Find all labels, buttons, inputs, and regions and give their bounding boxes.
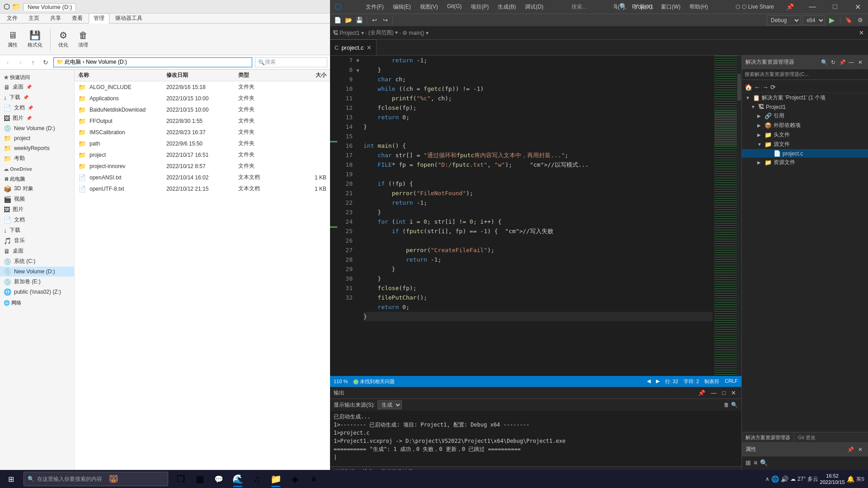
props-pin-btn[interactable]: 📌 [846, 446, 854, 454]
liveshare-btn[interactable]: ⬡ ⬡ Live Share [732, 4, 778, 10]
ribbon-optimize-btn[interactable]: ⚙ 优化 [54, 28, 72, 51]
prev-btn[interactable]: ◀ [647, 378, 651, 385]
sidebar-desktop2[interactable]: 🖥 桌面 [0, 246, 74, 256]
tree-sources[interactable]: ▼ 📁 源文件 [742, 140, 868, 149]
props-list-btn[interactable]: ≡ [754, 459, 757, 466]
zoom-level[interactable]: 110 % [334, 379, 348, 384]
notifications-btn[interactable]: 🔔 [847, 475, 854, 483]
tab-drive-tools[interactable]: 管理 [89, 13, 109, 23]
props-filter-btn[interactable]: 🔍 [760, 459, 768, 466]
menu-edit[interactable]: 编辑(E) [388, 1, 415, 13]
file-row[interactable]: 📁 FFOutput 2022/8/30 1:55 文件夹 [75, 115, 330, 127]
scrollbar-thumb[interactable] [737, 74, 741, 101]
project-selector[interactable]: 🏗 Project1 ▾ [333, 30, 364, 36]
minimize-btn[interactable]: — [802, 0, 823, 14]
sol-home-btn[interactable]: 🏠 [745, 84, 752, 91]
output-expand-btn[interactable]: □ [720, 389, 727, 396]
sidebar-newvol-d[interactable]: 💿 New Volume (D:) [0, 267, 74, 277]
output-close-btn[interactable]: ✕ [729, 389, 738, 396]
tab-file[interactable]: 文件 [2, 13, 23, 23]
scope-selector[interactable]: (全局范围) ▾ [368, 29, 398, 37]
keyboard-layout-btn[interactable]: 英S [856, 476, 864, 483]
sol-close-btn[interactable]: ✕ [856, 58, 864, 66]
settings-btn[interactable]: ⚙ [855, 15, 865, 25]
show-hidden-btn[interactable]: ∧ [765, 476, 769, 482]
sol-refresh-btn[interactable]: ↻ [829, 58, 837, 66]
col-date-header[interactable]: 修改日期 [163, 70, 235, 80]
save-btn[interactable]: 💾 [354, 15, 364, 25]
output-source-select[interactable]: 生成 调试 [377, 400, 402, 409]
forward-button[interactable]: › [15, 57, 25, 67]
tree-headers[interactable]: ▶ 📁 头文件 [742, 130, 868, 140]
file-row[interactable]: 📁 ALGO_INCLUDE 2022/8/16 15:18 文件夹 [75, 81, 330, 93]
address-box[interactable]: 📁 此电脑 › New Volume (D:) [53, 57, 252, 67]
bookmarks-btn[interactable]: 🔖 [844, 15, 854, 25]
menu-git[interactable]: Git(G) [443, 1, 467, 13]
ribbon-format-btn[interactable]: 💾 格式化 [24, 28, 47, 51]
clock[interactable]: 16:52 2022/10/15 [820, 473, 845, 486]
tree-ext-deps[interactable]: ▶ 📦 外部依赖项 [742, 121, 868, 130]
up-button[interactable]: ↑ [28, 57, 38, 67]
file-row[interactable]: 📁 IMSCalibration 2022/8/23 16:37 文件夹 [75, 127, 330, 138]
props-close-btn[interactable]: ✕ [856, 446, 864, 454]
menu-debug[interactable]: 调试(D) [520, 1, 548, 13]
vscode-taskbar-btn[interactable]: ◈ [286, 470, 304, 488]
output-pin-btn[interactable]: 📌 [696, 389, 707, 396]
tree-project-c[interactable]: ▶ 📄 project.c [742, 149, 868, 158]
find-output-btn[interactable]: 🔍 [731, 402, 738, 408]
tab-share[interactable]: 共享 [45, 13, 66, 23]
sol-search-btn[interactable]: 🔍 [820, 58, 828, 66]
sol-pin-btn[interactable]: 📌 [838, 58, 846, 66]
sidebar-music[interactable]: 🎵 音乐 [0, 235, 74, 246]
tree-resources[interactable]: ▶ 📁 资源文件 [742, 158, 868, 167]
vertical-scrollbar[interactable] [737, 56, 741, 376]
maximize-btn[interactable]: □ [825, 0, 845, 14]
sol-sync-btn[interactable]: ⟳ [770, 84, 776, 91]
code-editor[interactable]: 7891011121314151617181920212223242526272… [330, 56, 741, 376]
taskbar-search[interactable]: 🔍 在这里输入你要搜索的内容 🐻 [24, 472, 168, 486]
platform-select[interactable]: x64 x86 [802, 15, 825, 25]
col-type-header[interactable]: 类型 [235, 70, 290, 80]
network-tray-icon[interactable]: 🌐 [771, 475, 779, 483]
menu-view[interactable]: 视图(V) [415, 1, 443, 13]
ribbon-cleanup-btn[interactable]: 🗑 清理 [74, 28, 92, 51]
sidebar-sysc[interactable]: 💿 系统 (C:) [0, 256, 74, 267]
widgets-btn[interactable]: ▦ [191, 470, 209, 488]
props-grid-btn[interactable]: ⊞ [745, 459, 751, 466]
sidebar-pictures[interactable]: 🖼 图片 📌 [0, 113, 74, 123]
sidebar-docs2[interactable]: 📄 文档 [0, 215, 74, 225]
tab-project-c[interactable]: C project.c ✕ [330, 39, 377, 55]
start-button[interactable]: ⊞ [0, 470, 22, 488]
speaker-tray-icon[interactable]: 🔊 [781, 475, 788, 483]
file-row[interactable]: 📁 BaiduNetdiskDownload 2022/10/15 10:00 … [75, 104, 330, 115]
sidebar-e[interactable]: 💿 新加卷 (E:) [0, 277, 74, 287]
menu-help[interactable]: 帮助(H) [685, 1, 712, 13]
redo-btn[interactable]: ↪ [380, 15, 390, 25]
output-minimize-btn[interactable]: — [709, 389, 718, 396]
back-button[interactable]: ‹ [3, 57, 13, 67]
file-row[interactable]: 📁 project 2022/10/17 16:51 文件夹 [75, 149, 330, 160]
terminal-btn[interactable]: 🖥 [305, 470, 323, 488]
sidebar-project[interactable]: 📁 project [0, 133, 74, 143]
refresh-button[interactable]: ↻ [41, 57, 51, 67]
function-selector[interactable]: ⚙ main() ▾ [402, 30, 429, 36]
menu-project[interactable]: 项目(P) [466, 1, 493, 13]
sol-forward-btn[interactable]: → [762, 84, 769, 91]
weather-info[interactable]: ☁ 27° 多云 [790, 475, 818, 483]
sidebar-downloads[interactable]: ↓ 下载 📌 [0, 92, 74, 103]
file-row[interactable]: 📄 openANSI.txt 2022/10/14 16:02 文本文档 1 K… [75, 172, 330, 183]
file-row[interactable]: 📄 openUTF-8.txt 2022/10/12 21:15 文本文档 1 … [75, 183, 330, 194]
search-box-title[interactable]: 搜索... [544, 3, 614, 11]
new-file-btn[interactable]: 📄 [333, 15, 343, 25]
close-tab-btn[interactable]: ✕ [858, 28, 865, 38]
sidebar-newvolume[interactable]: 💿 New Volume (D:) [0, 123, 74, 133]
sol-tab-explorer[interactable]: 解决方案资源管理器 [742, 432, 794, 442]
sidebar-3d[interactable]: 📦 3D 对象 [0, 183, 74, 194]
sol-back-btn[interactable]: ← [754, 84, 760, 91]
explorer-taskbar-btn[interactable]: 📁 [267, 470, 285, 488]
sidebar-documents[interactable]: 📄 文档 📌 [0, 103, 74, 113]
pin-btn[interactable]: 📌 [779, 0, 800, 14]
open-btn[interactable]: 📂 [344, 15, 354, 25]
menu-window[interactable]: 窗口(W) [656, 1, 685, 13]
line-info[interactable]: 行: 32 [665, 378, 678, 385]
